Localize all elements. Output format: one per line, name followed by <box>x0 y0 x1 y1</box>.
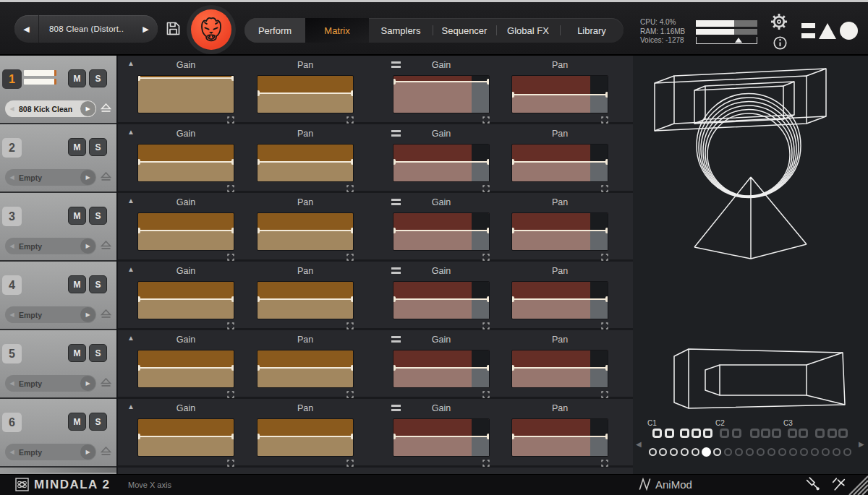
gain-slider-cell[interactable] <box>393 75 490 113</box>
slider-line[interactable] <box>393 81 489 82</box>
expand-button[interactable] <box>346 391 354 398</box>
track-number[interactable]: 3 <box>2 207 22 226</box>
sample-name[interactable]: Empty <box>19 448 80 457</box>
black-key-dot[interactable] <box>788 429 797 438</box>
solo-button[interactable]: S <box>89 207 107 225</box>
tab-matrix[interactable]: Matrix <box>305 18 369 43</box>
white-key-dot[interactable] <box>649 448 657 456</box>
expand-button[interactable] <box>227 116 234 124</box>
expand-button[interactable] <box>482 391 490 398</box>
white-key-dot[interactable] <box>778 448 786 456</box>
mute-button[interactable]: M <box>68 344 86 362</box>
sample-next-button[interactable]: ▶ <box>80 238 95 254</box>
tab-library[interactable]: Library <box>560 18 624 43</box>
track-number[interactable]: 6 <box>2 413 22 432</box>
pan-slider-cell[interactable] <box>257 75 354 113</box>
sample-name[interactable]: Empty <box>19 242 80 251</box>
slider-line[interactable] <box>512 161 608 163</box>
expand-button[interactable] <box>227 391 234 398</box>
expand-button[interactable] <box>482 322 490 330</box>
resize-grip[interactable] <box>843 475 868 495</box>
gain-slider-cell[interactable] <box>137 418 234 457</box>
gain-slider-cell[interactable] <box>393 144 490 182</box>
sample-name[interactable]: Empty <box>19 379 80 388</box>
slider-line[interactable] <box>138 161 234 163</box>
white-key-dot[interactable] <box>757 448 765 456</box>
expand-button[interactable] <box>601 254 608 261</box>
pan-slider-cell[interactable] <box>257 350 354 388</box>
slider-line[interactable] <box>138 77 234 79</box>
slider-line[interactable] <box>393 298 489 300</box>
track-number[interactable]: 1 <box>2 69 22 89</box>
expand-button[interactable] <box>601 460 608 467</box>
solo-button[interactable]: S <box>89 69 107 87</box>
expand-button[interactable] <box>346 185 354 192</box>
tuning-fork-icon[interactable] <box>804 477 821 494</box>
black-key-dot[interactable] <box>732 429 741 438</box>
slider-line[interactable] <box>393 230 489 231</box>
slider-line[interactable] <box>512 230 608 231</box>
pan-slider-cell[interactable] <box>257 212 354 251</box>
mute-button[interactable]: M <box>68 207 86 225</box>
track-number[interactable]: 4 <box>2 275 22 295</box>
gain-slider-cell[interactable] <box>137 350 234 388</box>
white-key-dot[interactable] <box>800 448 808 456</box>
slider-line[interactable] <box>258 436 353 437</box>
sample-name[interactable]: Empty <box>19 311 80 319</box>
black-key-dot[interactable] <box>772 429 781 438</box>
mute-button[interactable]: M <box>68 413 86 431</box>
gain-slider-cell[interactable] <box>393 350 490 388</box>
sample-name[interactable]: Empty <box>19 173 80 182</box>
gain-slider-cell[interactable] <box>137 281 234 319</box>
black-key-dot[interactable] <box>827 429 837 438</box>
sample-prev-button[interactable]: ◀ <box>5 174 19 181</box>
slider-line[interactable] <box>512 298 608 300</box>
gain-slider-cell[interactable] <box>137 144 234 182</box>
black-key-dot[interactable] <box>692 429 701 438</box>
expand-button[interactable] <box>227 460 234 467</box>
white-key-dot[interactable] <box>746 448 754 456</box>
brand-logo-button[interactable] <box>187 5 236 54</box>
pan-slider-cell[interactable] <box>257 418 354 457</box>
expand-button[interactable] <box>601 116 608 124</box>
white-key-dot[interactable] <box>713 448 721 456</box>
expand-button[interactable] <box>482 185 490 192</box>
white-key-dot[interactable] <box>670 448 678 456</box>
black-key-dot[interactable] <box>665 429 674 438</box>
pan-slider-cell[interactable] <box>511 350 608 388</box>
white-key-dot[interactable] <box>822 448 830 456</box>
gain-slider-cell[interactable] <box>393 281 490 319</box>
slider-line[interactable] <box>138 436 234 437</box>
gain-slider-cell[interactable] <box>137 212 234 251</box>
gain-slider-cell[interactable] <box>137 75 234 113</box>
mute-button[interactable]: M <box>68 69 86 87</box>
black-key-dot[interactable] <box>750 429 760 438</box>
expand-button[interactable] <box>227 254 234 261</box>
expand-button[interactable] <box>482 116 490 124</box>
pan-slider-cell[interactable] <box>511 212 608 251</box>
eject-button[interactable] <box>101 446 111 459</box>
slider-line[interactable] <box>512 436 608 437</box>
sample-next-button[interactable]: ▶ <box>80 170 95 185</box>
black-key-dot[interactable] <box>815 429 825 438</box>
sample-next-button[interactable]: ▶ <box>80 376 95 391</box>
expand-button[interactable] <box>601 185 608 192</box>
white-key-dot[interactable] <box>811 448 819 456</box>
black-key-dot[interactable] <box>799 429 808 438</box>
sample-next-button[interactable]: ▶ <box>80 307 95 322</box>
white-key-dot[interactable] <box>659 448 667 456</box>
white-key-dot[interactable] <box>724 448 732 456</box>
gain-slider-cell[interactable] <box>393 212 490 251</box>
pan-slider-cell[interactable] <box>257 144 354 182</box>
slider-line[interactable] <box>258 92 353 94</box>
sample-name[interactable]: 808 Kick Clean <box>19 105 80 113</box>
sample-prev-button[interactable]: ◀ <box>5 243 19 249</box>
eject-button[interactable] <box>101 171 111 184</box>
slider-line[interactable] <box>258 161 353 163</box>
mute-button[interactable]: M <box>68 275 86 293</box>
expand-button[interactable] <box>601 391 608 398</box>
eject-button[interactable] <box>101 309 111 322</box>
black-key-dot[interactable] <box>761 429 770 438</box>
mute-button[interactable]: M <box>68 138 86 156</box>
expand-button[interactable] <box>346 116 354 124</box>
